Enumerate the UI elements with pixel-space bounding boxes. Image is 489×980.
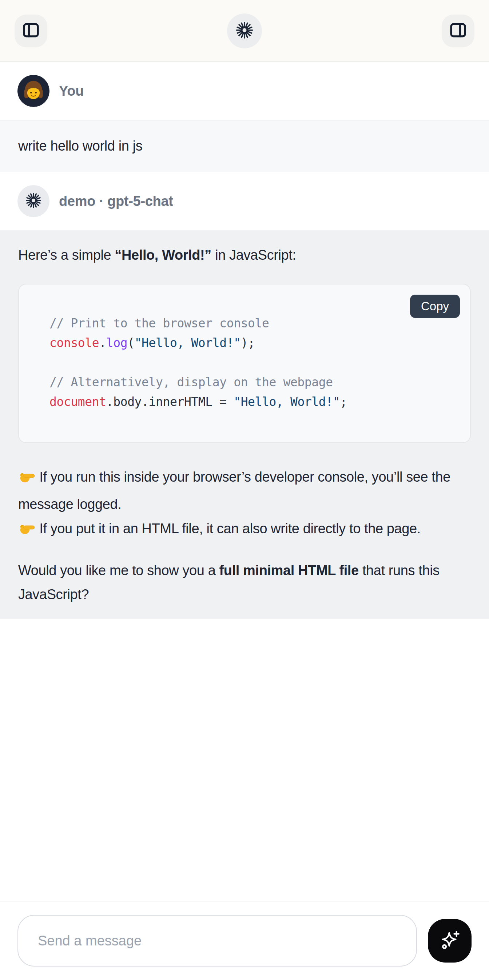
code-content: // Print to the browser console console.…: [19, 285, 470, 443]
assistant-avatar: [18, 185, 49, 217]
pointing-right-icon: [18, 468, 35, 492]
top-bar: [0, 0, 489, 62]
user-name-label: You: [59, 83, 84, 99]
user-avatar: [18, 75, 49, 107]
assistant-tips-text: If you run this inside your browser’s de…: [18, 465, 471, 544]
user-message: write hello world in js: [0, 120, 489, 172]
copy-button[interactable]: Copy: [410, 295, 460, 318]
user-turn: You write hello world in js: [0, 62, 489, 172]
pointing-right-icon: [18, 520, 35, 544]
code-block: Copy // Print to the browser console con…: [18, 284, 471, 444]
starburst-logo-icon: [235, 21, 254, 41]
panel-right-icon: [448, 21, 468, 41]
composer: [0, 901, 489, 980]
chat-app: You write hello world in js demo · gpt-5…: [0, 0, 489, 980]
assistant-message: Here’s a simple “Hello, World!” in JavaS…: [0, 230, 489, 619]
conversation: You write hello world in js demo · gpt-5…: [0, 62, 489, 901]
starburst-icon: [25, 192, 42, 211]
assistant-turn-header: demo · gpt-5-chat: [0, 172, 489, 230]
send-button[interactable]: [428, 919, 471, 963]
assistant-turn: demo · gpt-5-chat Here’s a simple “Hello…: [0, 172, 489, 619]
right-panel-toggle-button[interactable]: [442, 14, 475, 47]
assistant-question-text: Would you like me to show you a full min…: [18, 558, 471, 606]
person-emoji-icon: [18, 75, 49, 107]
assistant-intro-text: Here’s a simple “Hello, World!” in JavaS…: [18, 244, 471, 266]
message-input[interactable]: [18, 915, 417, 967]
app-logo: [227, 13, 262, 48]
chat-empty-space: [0, 619, 489, 901]
user-turn-header: You: [0, 62, 489, 120]
panel-left-icon: [21, 21, 41, 41]
sidebar-toggle-button[interactable]: [14, 14, 47, 47]
assistant-name-label: demo · gpt-5-chat: [59, 194, 173, 209]
sparkle-icon: [438, 928, 462, 953]
